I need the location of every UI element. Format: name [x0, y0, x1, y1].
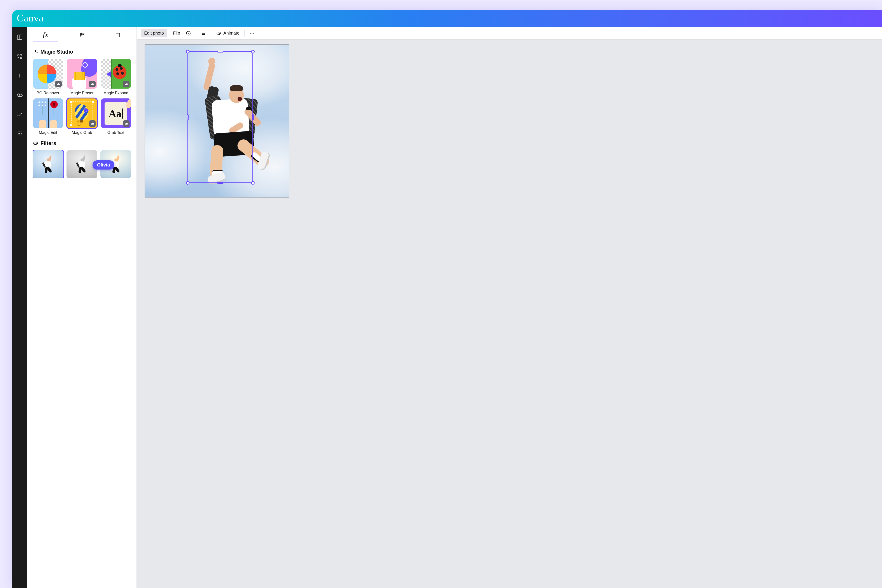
- svg-rect-18: [202, 32, 205, 32]
- svg-rect-19: [202, 33, 205, 33]
- svg-point-12: [81, 33, 82, 34]
- animate-icon: [216, 31, 221, 36]
- filter-row: [33, 150, 131, 178]
- handle-bottom-mid[interactable]: [217, 182, 224, 184]
- stage[interactable]: [137, 40, 882, 588]
- thumb-magic-expand[interactable]: [101, 59, 131, 88]
- collaborator-tag: Olivia: [93, 160, 114, 170]
- handle-mid-right[interactable]: [252, 114, 254, 120]
- panel-body: Magic Studio BG Remover: [27, 42, 136, 178]
- edit-photo-button[interactable]: Edit photo: [141, 29, 167, 38]
- svg-point-7: [19, 133, 20, 134]
- svg-rect-20: [202, 34, 205, 35]
- section-filters-head: Filters: [33, 140, 131, 146]
- thumb-magic-eraser[interactable]: [67, 59, 97, 88]
- divider: [196, 30, 196, 36]
- editor-window: Canva: [12, 10, 882, 588]
- draw-icon[interactable]: [16, 111, 23, 117]
- adjust-icon: [79, 32, 85, 38]
- svg-point-13: [82, 34, 84, 35]
- grab-cursor-icon: ✋: [76, 120, 82, 126]
- handle-bottom-left[interactable]: [186, 181, 189, 184]
- svg-point-3: [18, 132, 19, 132]
- tool-magic-edit: Magic Edit: [33, 98, 63, 135]
- tool-grab-text: Aa Grab Text: [100, 98, 131, 135]
- panel-tabs: fx: [27, 27, 136, 42]
- selection-frame[interactable]: [188, 51, 253, 183]
- handle-top-right[interactable]: [251, 50, 255, 53]
- section-title: Magic Studio: [40, 49, 73, 55]
- svg-point-24: [252, 33, 252, 34]
- sparkle-icon: [33, 49, 38, 55]
- svg-point-9: [18, 135, 19, 135]
- list-icon: [201, 31, 206, 36]
- collaborator-cursor-icon: [84, 107, 89, 114]
- tab-effects[interactable]: fx: [27, 27, 64, 42]
- tab-crop[interactable]: [100, 27, 136, 42]
- premium-badge-icon: [55, 81, 62, 87]
- side-panel: fx Magic Studio: [27, 27, 137, 588]
- svg-point-11: [21, 135, 22, 135]
- flip-button[interactable]: Flip: [172, 29, 181, 38]
- svg-point-4: [19, 132, 20, 132]
- tool-label: BG Remover: [36, 91, 59, 95]
- context-toolbar: Edit photo Flip Animate: [137, 27, 882, 40]
- apps-icon[interactable]: [16, 130, 23, 137]
- tool-bg-remover: BG Remover: [33, 59, 63, 95]
- crop-icon: [115, 32, 122, 38]
- divider: [211, 30, 211, 36]
- uploads-icon[interactable]: [16, 92, 23, 98]
- svg-point-5: [21, 132, 22, 132]
- animate-label: Animate: [224, 31, 239, 36]
- thumb-grab-text[interactable]: Aa: [101, 98, 131, 128]
- text-icon[interactable]: [16, 72, 23, 79]
- handle-top-mid[interactable]: [217, 51, 224, 52]
- svg-point-23: [250, 33, 251, 34]
- thumb-magic-grab[interactable]: ✋: [67, 98, 97, 128]
- templates-icon[interactable]: [16, 34, 23, 40]
- canvas-area: Edit photo Flip Animate: [137, 27, 882, 588]
- tool-label: Magic Grab: [72, 130, 92, 135]
- svg-point-10: [19, 135, 20, 135]
- more-icon: [249, 31, 255, 36]
- svg-point-8: [21, 133, 22, 134]
- filter-original[interactable]: [33, 150, 63, 178]
- section-magic-studio-head: Magic Studio: [33, 49, 131, 55]
- section-title: Filters: [40, 140, 56, 146]
- brand-logo: Canva: [17, 12, 44, 24]
- premium-badge-icon: [123, 120, 129, 127]
- tool-label: Grab Text: [107, 130, 124, 135]
- tool-label: Magic Edit: [39, 130, 57, 135]
- brand-strip: Canva: [12, 10, 882, 27]
- magic-studio-grid: BG Remover Magic Eraser: [33, 59, 131, 135]
- premium-badge-icon: [89, 81, 96, 87]
- svg-point-25: [253, 33, 254, 34]
- handle-mid-left[interactable]: [187, 114, 189, 120]
- list-style-button[interactable]: [201, 31, 206, 36]
- main-area: fx Magic Studio: [12, 27, 882, 588]
- tool-label: Magic Expand: [103, 91, 128, 95]
- svg-rect-2: [20, 54, 22, 56]
- fx-icon: fx: [43, 31, 48, 38]
- tool-magic-expand: Magic Expand: [100, 59, 131, 95]
- premium-badge-icon: [123, 81, 129, 87]
- canvas-photo[interactable]: [145, 44, 289, 198]
- filters-icon: [33, 140, 38, 146]
- more-button[interactable]: [249, 31, 255, 36]
- info-icon: [186, 31, 191, 36]
- svg-point-14: [80, 35, 81, 36]
- premium-badge-icon: [89, 120, 96, 127]
- thumb-magic-edit[interactable]: [33, 98, 63, 128]
- tool-magic-eraser: Magic Eraser: [66, 59, 98, 95]
- tool-label: Magic Eraser: [70, 91, 93, 95]
- tool-magic-grab: ✋ Magic Grab: [66, 98, 98, 135]
- svg-point-1: [18, 54, 19, 56]
- info-button[interactable]: [186, 31, 191, 36]
- tab-adjust[interactable]: [64, 27, 100, 42]
- thumb-bg-remover[interactable]: [33, 59, 63, 88]
- handle-top-left[interactable]: [186, 50, 189, 53]
- svg-point-6: [18, 133, 19, 134]
- elements-icon[interactable]: [16, 53, 23, 60]
- animate-button[interactable]: Animate: [216, 31, 239, 36]
- handle-bottom-right[interactable]: [251, 181, 255, 184]
